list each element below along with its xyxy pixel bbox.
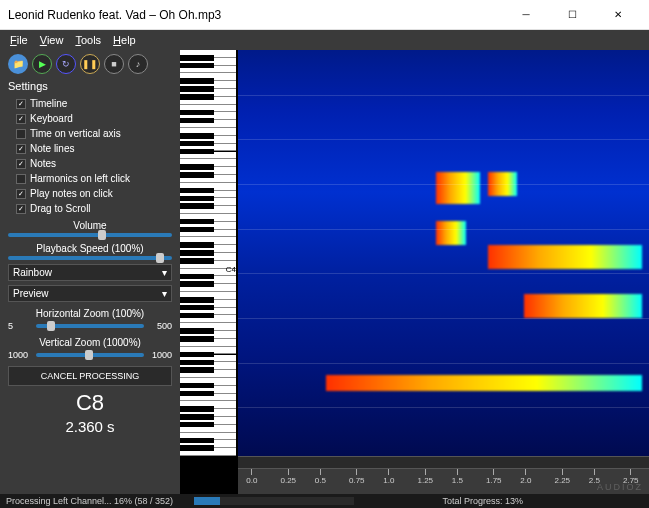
time-tick: 0.75 [349, 469, 365, 494]
setting-harmonics-on-left-click[interactable]: Harmonics on left click [8, 173, 172, 184]
checkbox-icon[interactable]: ✓ [16, 159, 26, 169]
setting-note-lines[interactable]: ✓Note lines [8, 143, 172, 154]
checkbox-icon[interactable]: ✓ [16, 189, 26, 199]
volume-label: Volume [8, 220, 172, 231]
black-key[interactable] [180, 203, 214, 208]
menu-tools[interactable]: Tools [69, 32, 107, 48]
black-key[interactable] [180, 118, 214, 123]
open-file-icon[interactable]: 📁 [8, 54, 28, 74]
spectrogram[interactable] [238, 50, 649, 456]
loop-icon[interactable]: ↻ [56, 54, 76, 74]
checkbox-icon[interactable] [16, 129, 26, 139]
black-key[interactable] [180, 383, 214, 388]
spectral-peak [436, 172, 480, 204]
note-line [238, 229, 649, 230]
note-line [238, 318, 649, 319]
note-line [238, 184, 649, 185]
setting-label: Keyboard [30, 113, 73, 124]
note-icon[interactable]: ♪ [128, 54, 148, 74]
black-key[interactable] [180, 391, 214, 396]
play-icon[interactable]: ▶ [32, 54, 52, 74]
black-key[interactable] [180, 297, 214, 302]
checkbox-icon[interactable]: ✓ [16, 144, 26, 154]
black-key[interactable] [180, 86, 214, 91]
timeline-ruler[interactable]: 0.00.250.50.751.01.251.51.752.02.252.52.… [238, 468, 649, 494]
black-key[interactable] [180, 219, 214, 224]
black-key[interactable] [180, 445, 214, 450]
menu-help[interactable]: Help [107, 32, 142, 48]
black-key[interactable] [180, 110, 214, 115]
checkbox-icon[interactable]: ✓ [16, 99, 26, 109]
maximize-button[interactable]: ☐ [549, 0, 595, 30]
black-key[interactable] [180, 141, 214, 146]
black-key[interactable] [180, 352, 214, 357]
time-readout: 2.360 s [8, 418, 172, 435]
note-line [238, 273, 649, 274]
black-key[interactable] [180, 313, 214, 318]
checkbox-icon[interactable]: ✓ [16, 114, 26, 124]
hzoom-slider[interactable] [36, 324, 144, 328]
black-key[interactable] [180, 78, 214, 83]
time-tick: 2.25 [554, 469, 570, 494]
note-line [238, 407, 649, 408]
black-key[interactable] [180, 172, 214, 177]
black-key[interactable] [180, 281, 214, 286]
hzoom-max: 500 [148, 321, 172, 331]
black-key[interactable] [180, 149, 214, 154]
black-key[interactable] [180, 227, 214, 232]
black-key[interactable] [180, 94, 214, 99]
cancel-processing-button[interactable]: CANCEL PROCESSING [8, 366, 172, 386]
black-key[interactable] [180, 196, 214, 201]
piano-keyboard[interactable]: C4 [180, 50, 238, 494]
vzoom-min: 1000 [8, 350, 32, 360]
playback-speed-label: Playback Speed (100%) [8, 243, 172, 254]
setting-notes[interactable]: ✓Notes [8, 158, 172, 169]
setting-keyboard[interactable]: ✓Keyboard [8, 113, 172, 124]
black-key[interactable] [180, 164, 214, 169]
black-key[interactable] [180, 422, 214, 427]
setting-timeline[interactable]: ✓Timeline [8, 98, 172, 109]
black-key[interactable] [180, 250, 214, 255]
time-tick: 1.5 [452, 469, 463, 494]
note-readout: C8 [8, 390, 172, 416]
black-key[interactable] [180, 406, 214, 411]
status-bar: Processing Left Channel... 16% (58 / 352… [0, 494, 649, 508]
black-key[interactable] [180, 336, 214, 341]
setting-play-notes-on-click[interactable]: ✓Play notes on click [8, 188, 172, 199]
time-tick: 0.5 [315, 469, 326, 494]
black-key[interactable] [180, 188, 214, 193]
black-key[interactable] [180, 305, 214, 310]
menu-view[interactable]: View [34, 32, 70, 48]
c4-label: C4 [226, 265, 236, 274]
setting-label: Timeline [30, 98, 67, 109]
black-key[interactable] [180, 367, 214, 372]
black-key[interactable] [180, 55, 214, 60]
horizontal-scrollbar[interactable] [238, 456, 649, 468]
black-key[interactable] [180, 328, 214, 333]
pause-icon[interactable]: ❚❚ [80, 54, 100, 74]
menu-file[interactable]: File [4, 32, 34, 48]
checkbox-icon[interactable] [16, 174, 26, 184]
setting-drag-to-scroll[interactable]: ✓Drag to Scroll [8, 203, 172, 214]
stop-icon[interactable]: ■ [104, 54, 124, 74]
black-key[interactable] [180, 414, 214, 419]
note-line [238, 363, 649, 364]
spectral-peak [488, 245, 642, 269]
checkbox-icon[interactable]: ✓ [16, 204, 26, 214]
black-key[interactable] [180, 438, 214, 443]
setting-time-on-vertical-axis[interactable]: Time on vertical axis [8, 128, 172, 139]
black-key[interactable] [180, 133, 214, 138]
mode-dropdown[interactable]: Preview▾ [8, 285, 172, 302]
black-key[interactable] [180, 274, 214, 279]
vzoom-slider[interactable] [36, 353, 144, 357]
minimize-button[interactable]: ─ [503, 0, 549, 30]
black-key[interactable] [180, 258, 214, 263]
playback-speed-slider[interactable] [8, 256, 172, 260]
close-button[interactable]: ✕ [595, 0, 641, 30]
black-key[interactable] [180, 360, 214, 365]
black-key[interactable] [180, 63, 214, 68]
black-key[interactable] [180, 242, 214, 247]
volume-slider[interactable] [8, 233, 172, 237]
spectral-peak [524, 294, 641, 318]
colormap-dropdown[interactable]: Rainbow▾ [8, 264, 172, 281]
